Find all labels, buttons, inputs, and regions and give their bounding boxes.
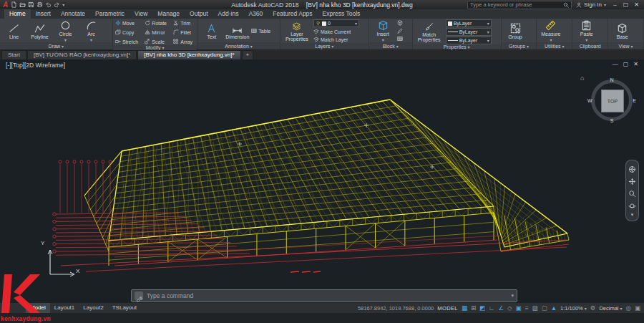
object-color-select[interactable]: ByLayer ▾ xyxy=(446,19,492,27)
block-panel-label[interactable]: Block ▾ xyxy=(369,42,412,49)
autocad-app-menu-icon[interactable]: A xyxy=(3,1,8,9)
file-tab-start[interactable]: Start xyxy=(1,50,26,59)
paste-tool[interactable]: Paste ▾ xyxy=(575,19,598,42)
line-tool[interactable]: Line xyxy=(2,22,26,39)
tab-insert[interactable]: Insert xyxy=(31,9,56,19)
tab-output[interactable]: Output xyxy=(185,9,213,19)
layout-tab-tslayout[interactable]: TSLayout xyxy=(108,303,141,313)
viewport-restore-icon[interactable]: ▢ xyxy=(623,61,629,67)
tab-featured-apps[interactable]: Featured Apps xyxy=(268,9,317,19)
measure-tool[interactable]: Measure ▾ xyxy=(539,19,562,42)
tab-addins[interactable]: Add-ins xyxy=(213,9,244,19)
grid-toggle-icon[interactable]: ▦ xyxy=(462,303,467,313)
match-layer-tool[interactable]: Match Layer xyxy=(313,36,359,43)
close-button[interactable]: ✕ xyxy=(632,1,641,8)
move-tool[interactable]: Move xyxy=(115,19,140,26)
viewcube-home-icon[interactable]: ⌂ xyxy=(580,74,584,82)
viewcube-south[interactable]: S xyxy=(610,118,614,123)
viewport-minimize-icon[interactable]: — xyxy=(613,61,618,67)
modify-panel-label[interactable]: Modify ▾ xyxy=(113,45,197,50)
redo-icon[interactable] xyxy=(54,1,60,8)
arc-caret-icon[interactable]: ▾ xyxy=(90,38,92,42)
viewcube-east[interactable]: E xyxy=(633,98,636,103)
utilities-panel-label[interactable]: Utilities ▾ xyxy=(537,42,572,49)
minimize-button[interactable]: – xyxy=(610,1,620,8)
paste-caret-icon[interactable]: ▾ xyxy=(585,38,587,42)
viewport-close-icon[interactable]: ✕ xyxy=(633,61,638,67)
command-customize-button[interactable] xyxy=(135,291,143,300)
layout-tab-layout2[interactable]: Layout2 xyxy=(79,303,107,313)
tab-home[interactable]: Home xyxy=(4,9,31,19)
command-history-caret-icon[interactable]: ▾ xyxy=(511,293,514,299)
steering-wheel-icon[interactable] xyxy=(628,163,636,171)
transparency-toggle-icon[interactable]: ▨ xyxy=(532,303,538,313)
ortho-toggle-icon[interactable]: ∟ xyxy=(489,303,494,313)
units-select[interactable]: Decimal ▾ xyxy=(599,305,622,312)
tab-annotate[interactable]: Annotate xyxy=(56,9,90,19)
copy-tool[interactable]: Copy xyxy=(115,29,140,36)
edit-block-tool[interactable] xyxy=(397,27,403,34)
scale-tool[interactable]: Scale xyxy=(145,38,169,45)
search-box[interactable]: Type a keyword or phrase xyxy=(467,1,572,9)
tab-parametric[interactable]: Parametric xyxy=(90,9,130,19)
array-tool[interactable]: Array xyxy=(173,38,195,45)
stretch-tool[interactable]: Stretch xyxy=(115,38,140,45)
tab-manage[interactable]: Manage xyxy=(152,9,185,19)
selection-cycling-icon[interactable]: ▢ xyxy=(542,303,547,313)
polar-tracking-icon[interactable]: ∠ xyxy=(498,303,504,313)
sign-in-button[interactable]: Sign In ▾ xyxy=(576,1,606,8)
tab-express-tools[interactable]: Express Tools xyxy=(318,9,366,19)
trim-tool[interactable]: Trim xyxy=(173,19,195,26)
base-view-tool[interactable]: Base xyxy=(610,22,634,39)
arc-tool[interactable]: Arc ▾ xyxy=(79,19,103,42)
snap-toggle-icon[interactable]: ⊞ xyxy=(471,303,476,313)
make-current-tool[interactable]: Make Current xyxy=(313,28,359,35)
plot-icon[interactable] xyxy=(36,1,43,8)
block-attributes-tool[interactable] xyxy=(397,35,403,42)
insert-block-tool[interactable]: Insert ▾ xyxy=(371,19,395,42)
dimension-tool[interactable]: Dimension xyxy=(225,22,249,39)
text-tool[interactable]: Text xyxy=(200,22,223,39)
create-block-tool[interactable] xyxy=(397,19,403,26)
viewcube-west[interactable]: W xyxy=(587,98,592,103)
annotation-visibility-icon[interactable]: ▲ xyxy=(551,303,557,313)
circle-tool[interactable]: Circle ▾ xyxy=(54,19,77,42)
properties-panel-label[interactable]: Properties ▾ xyxy=(413,44,501,49)
restore-button[interactable]: ▢ xyxy=(621,1,630,8)
new-file-icon[interactable] xyxy=(11,1,17,8)
new-drawing-tab[interactable]: + xyxy=(242,50,254,59)
search-icon[interactable] xyxy=(563,2,569,8)
lineweight-select[interactable]: ByLayer ▾ xyxy=(446,37,492,44)
fillet-tool[interactable]: Fillet xyxy=(173,29,195,36)
viewcube-north[interactable]: N xyxy=(610,77,613,82)
tab-a360[interactable]: A360 xyxy=(243,9,268,19)
zoom-icon[interactable] xyxy=(628,188,636,196)
layers-panel-label[interactable]: Layers ▾ xyxy=(280,43,369,49)
groups-panel-label[interactable]: Groups ▾ xyxy=(502,42,537,49)
file-tab-tuong-rao[interactable]: [BV] TƯỜNG RÀO [kenhxaydung.vn]* xyxy=(27,50,137,59)
qat-dropdown-icon[interactable]: ▾ xyxy=(62,2,64,7)
layout-tab-layout1[interactable]: Layout1 xyxy=(50,303,79,313)
linetype-select[interactable]: ByLayer ▾ xyxy=(446,28,492,36)
lineweight-toggle-icon[interactable]: ≡ xyxy=(525,303,529,313)
annotation-panel-label[interactable]: Annotation ▾ xyxy=(197,42,280,49)
infer-constraints-icon[interactable]: ◩ xyxy=(479,303,485,313)
file-tab-nha-kho[interactable]: [BV] nha kho 3D [kenhxaydung.vn]* xyxy=(137,50,240,59)
layer-properties-tool[interactable]: Layer Properties xyxy=(283,21,311,42)
mirror-tool[interactable]: Mirror xyxy=(145,29,169,36)
command-prompt[interactable]: Type a command xyxy=(147,292,193,299)
isodraft-icon[interactable]: ◇ xyxy=(507,303,512,313)
clean-screen-icon[interactable]: ▣ xyxy=(635,303,640,313)
polyline-tool[interactable]: Polyline xyxy=(28,22,52,39)
undo-icon[interactable] xyxy=(45,1,52,8)
annotation-scale-select[interactable]: 1:1/100% ▾ xyxy=(560,305,587,312)
draw-panel-label[interactable]: Draw ▾ xyxy=(0,42,112,49)
layer-select[interactable]: 0 ▾ xyxy=(313,19,359,27)
isolate-objects-icon[interactable]: ◎ xyxy=(626,303,631,313)
viewcube-top-face[interactable]: TOP xyxy=(601,90,624,112)
match-properties-tool[interactable]: Match Properties xyxy=(415,21,444,43)
model-space-button[interactable]: MODEL xyxy=(437,305,458,312)
table-tool[interactable]: Table xyxy=(251,27,270,34)
circle-caret-icon[interactable]: ▾ xyxy=(64,38,67,42)
group-tool[interactable]: Group xyxy=(504,22,527,39)
